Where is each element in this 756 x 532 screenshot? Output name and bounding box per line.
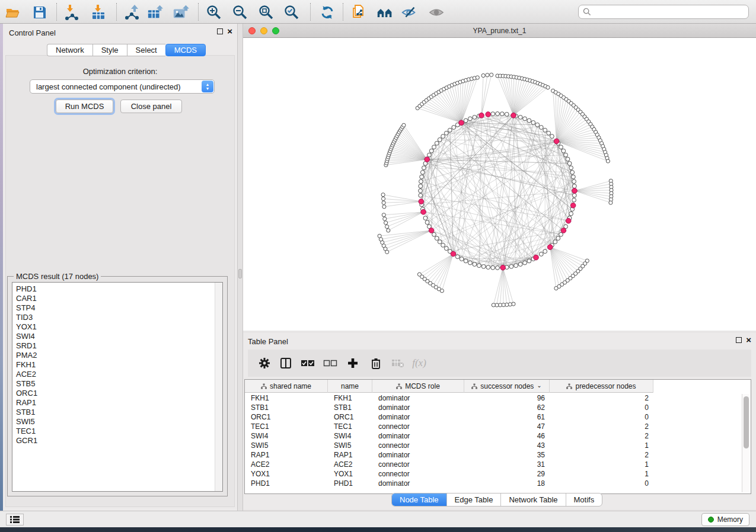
table-cell[interactable]: 61: [464, 412, 550, 422]
table-cell[interactable]: ACE2: [328, 460, 372, 469]
search-input[interactable]: [578, 5, 749, 19]
result-node-item[interactable]: ACE2: [16, 370, 37, 379]
table-cell[interactable]: 2: [550, 393, 653, 403]
table-cell[interactable]: 96: [464, 393, 550, 403]
table-cell[interactable]: ORC1: [328, 412, 372, 422]
export-image-icon[interactable]: [173, 4, 189, 21]
table-cell[interactable]: YOX1: [245, 469, 328, 479]
column-header-successor-nodes[interactable]: successor nodes⌄: [464, 380, 550, 393]
table-cell[interactable]: PHD1: [328, 479, 372, 488]
open-session-icon[interactable]: [4, 4, 21, 21]
table-cell[interactable]: YOX1: [328, 469, 372, 479]
import-network-icon[interactable]: [63, 4, 79, 21]
table-row[interactable]: TEC1TEC1connector472: [245, 422, 653, 431]
table-cell[interactable]: 46: [464, 431, 550, 441]
table-cell[interactable]: dominator: [372, 450, 464, 460]
deselect-all-checkboxes-icon[interactable]: [322, 355, 339, 371]
close-panel-icon[interactable]: ×: [227, 28, 232, 34]
save-session-icon[interactable]: [31, 4, 48, 21]
network-graph[interactable]: [243, 38, 756, 331]
table-row[interactable]: PHD1PHD1dominator180: [245, 479, 653, 488]
table-cell[interactable]: FKH1: [328, 393, 372, 403]
show-all-icon[interactable]: [428, 4, 445, 21]
table-cell[interactable]: SWI4: [328, 431, 372, 441]
table-cell[interactable]: 0: [550, 479, 653, 488]
result-node-item[interactable]: GCR1: [16, 436, 37, 446]
close-table-panel-icon[interactable]: ×: [746, 337, 751, 343]
result-node-item[interactable]: FKH1: [16, 360, 37, 370]
table-row[interactable]: ORC1ORC1dominator610: [245, 412, 653, 422]
table-cell[interactable]: 43: [464, 441, 550, 450]
table-scrollbar-thumb[interactable]: [744, 396, 749, 448]
tab-edge-table[interactable]: Edge Table: [447, 493, 502, 506]
table-cell[interactable]: 2: [550, 450, 653, 460]
table-cell[interactable]: 29: [464, 469, 550, 479]
table-cell[interactable]: 0: [550, 412, 653, 422]
table-cell[interactable]: 2: [550, 422, 653, 431]
hide-selected-icon[interactable]: [401, 4, 417, 21]
result-node-item[interactable]: ORC1: [16, 389, 37, 398]
tab-mcds[interactable]: MCDS: [165, 44, 206, 56]
table-cell[interactable]: 1: [550, 469, 653, 479]
result-node-item[interactable]: YOX1: [16, 322, 37, 332]
result-node-item[interactable]: TID3: [16, 313, 37, 322]
table-cell[interactable]: dominator: [372, 412, 464, 422]
zoom-out-icon[interactable]: [232, 4, 248, 21]
splitter-handle-icon[interactable]: [238, 269, 242, 278]
table-cell[interactable]: ORC1: [245, 412, 328, 422]
show-columns-icon[interactable]: [277, 355, 294, 371]
select-all-checkboxes-icon[interactable]: [299, 355, 316, 371]
table-cell[interactable]: SWI5: [245, 441, 328, 450]
network-titlebar[interactable]: YPA_prune.txt_1: [243, 24, 756, 38]
import-table-icon[interactable]: [90, 4, 107, 21]
table-row[interactable]: RAP1RAP1dominator352: [245, 450, 653, 460]
first-neighbors-icon[interactable]: [377, 4, 393, 21]
task-history-button[interactable]: [6, 514, 24, 525]
table-cell[interactable]: connector: [372, 441, 464, 450]
close-panel-button[interactable]: Close panel: [120, 100, 182, 113]
result-node-item[interactable]: PHD1: [16, 284, 37, 294]
result-list-scrollbar[interactable]: [215, 283, 222, 491]
delete-table-icon[interactable]: [390, 355, 406, 371]
table-cell[interactable]: 1: [550, 441, 653, 450]
table-cell[interactable]: 47: [464, 422, 550, 431]
column-header-predecessor-nodes[interactable]: predecessor nodes: [550, 380, 653, 393]
result-node-item[interactable]: STB1: [16, 408, 37, 417]
tab-select[interactable]: Select: [127, 44, 165, 56]
table-cell[interactable]: RAP1: [328, 450, 372, 460]
result-node-item[interactable]: SWI5: [16, 417, 37, 427]
table-cell[interactable]: STB1: [245, 403, 328, 412]
table-cell[interactable]: FKH1: [245, 393, 328, 403]
zoom-selected-icon[interactable]: [283, 4, 300, 21]
refresh-view-icon[interactable]: [319, 4, 336, 21]
table-row[interactable]: SWI4SWI4dominator462: [245, 431, 653, 441]
result-node-item[interactable]: SRD1: [16, 341, 37, 351]
zoom-in-icon[interactable]: [206, 4, 222, 21]
table-row[interactable]: STB1STB1dominator620: [245, 403, 653, 412]
table-cell[interactable]: 1: [550, 460, 653, 469]
function-builder-icon[interactable]: f(x): [411, 355, 428, 371]
export-network-icon[interactable]: [124, 4, 141, 21]
table-row[interactable]: SWI5SWI5connector431: [245, 441, 653, 450]
table-scrollbar[interactable]: [742, 394, 749, 492]
run-mcds-button[interactable]: Run MCDS: [56, 100, 113, 113]
table-cell[interactable]: 18: [464, 479, 550, 488]
column-header-mcds-role[interactable]: MCDS role: [372, 380, 464, 393]
optimization-select[interactable]: largest connected component (undirected)…: [30, 79, 215, 94]
column-header-name[interactable]: name: [328, 380, 372, 393]
table-cell[interactable]: 31: [464, 460, 550, 469]
network-canvas[interactable]: [243, 38, 756, 331]
table-cell[interactable]: RAP1: [245, 450, 328, 460]
table-cell[interactable]: dominator: [372, 403, 464, 412]
float-panel-icon[interactable]: [217, 28, 223, 34]
result-node-item[interactable]: STP4: [16, 303, 37, 313]
table-cell[interactable]: PHD1: [245, 479, 328, 488]
table-cell[interactable]: SWI4: [245, 431, 328, 441]
float-table-panel-icon[interactable]: [736, 337, 742, 343]
tab-network-table[interactable]: Network Table: [501, 493, 566, 506]
zoom-fit-icon[interactable]: [258, 4, 275, 21]
table-row[interactable]: YOX1YOX1connector291: [245, 469, 653, 479]
export-table-icon[interactable]: [147, 4, 164, 21]
table-cell[interactable]: connector: [372, 422, 464, 431]
vertical-splitter[interactable]: [237, 24, 243, 511]
